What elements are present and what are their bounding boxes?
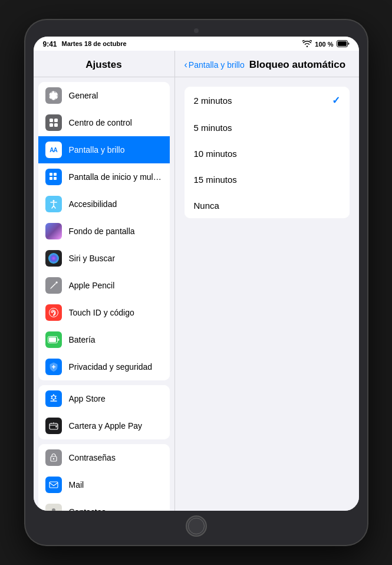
passwords-label: Contraseñas	[69, 453, 116, 462]
sidebar-item-wallpaper[interactable]: Fondo de pantalla	[38, 218, 170, 245]
home-screen-icon	[45, 169, 62, 185]
privacy-label: Privacidad y seguridad	[69, 362, 153, 372]
sidebar-section-2: App Store Cartera y Apple Pay	[38, 385, 170, 439]
back-chevron-icon: ‹	[185, 60, 187, 70]
wallet-label: Cartera y Apple Pay	[69, 421, 143, 431]
sidebar-section-3: Contraseñas Mail	[38, 444, 170, 511]
svg-rect-5	[50, 123, 53, 127]
option-15min-label: 15 minutos	[194, 175, 237, 185]
accessibility-icon	[45, 196, 62, 212]
sidebar-title: Ajustes	[34, 51, 174, 77]
wallpaper-icon	[45, 223, 62, 239]
sidebar-item-general[interactable]: General	[38, 82, 170, 109]
option-5min-label: 5 minutos	[194, 123, 232, 133]
back-label: Pantalla y brillo	[189, 60, 245, 70]
option-2min-checkmark: ✓	[332, 94, 340, 107]
sidebar-item-app-store[interactable]: App Store	[38, 385, 170, 412]
contacts-label: Contactos	[69, 507, 106, 511]
mail-label: Mail	[69, 480, 84, 490]
battery-icon	[337, 40, 350, 48]
option-5min[interactable]: 5 minutos	[185, 114, 350, 140]
accessibility-label: Accesibilidad	[69, 199, 117, 209]
svg-rect-10	[54, 177, 57, 180]
svg-point-20	[52, 508, 55, 511]
apple-pencil-label: Apple Pencil	[69, 281, 115, 290]
siri-label: Siri y Buscar	[69, 254, 116, 263]
main-content: Ajustes General	[34, 51, 359, 511]
svg-rect-8	[54, 173, 57, 176]
back-button[interactable]: ‹ Pantalla y brillo	[185, 60, 245, 70]
app-store-label: App Store	[69, 394, 106, 403]
battery-percent: 100 %	[315, 41, 333, 48]
status-time: 9:41	[43, 40, 57, 48]
sidebar-item-contacts[interactable]: Contactos	[38, 498, 170, 511]
privacy-icon	[45, 359, 62, 375]
sidebar-item-home-screen[interactable]: Pantalla de inicio y multit...	[38, 163, 170, 190]
svg-rect-9	[50, 177, 52, 180]
sidebar-item-battery[interactable]: Batería	[38, 326, 170, 353]
home-button[interactable]	[186, 515, 207, 537]
option-never[interactable]: Nunca	[185, 192, 350, 218]
sidebar-item-display[interactable]: AA Pantalla y brillo	[38, 136, 170, 163]
sidebar-item-accessibility[interactable]: Accesibilidad	[38, 190, 170, 218]
general-label: General	[69, 91, 98, 100]
control-center-icon	[45, 114, 62, 131]
status-bar: 9:41 Martes 18 de octubre 100 %	[34, 37, 359, 51]
auto-lock-options: 2 minutos ✓ 5 minutos 10 minutos 15 minu…	[185, 87, 350, 218]
front-camera	[194, 28, 199, 33]
svg-rect-4	[54, 119, 58, 122]
contacts-icon	[45, 504, 62, 511]
app-store-icon	[45, 390, 62, 407]
display-label: Pantalla y brillo	[69, 145, 125, 155]
svg-rect-3	[50, 119, 53, 122]
svg-rect-1	[338, 41, 347, 46]
svg-rect-7	[50, 173, 52, 176]
sidebar-item-passwords[interactable]: Contraseñas	[38, 444, 170, 471]
svg-rect-6	[54, 123, 58, 127]
svg-rect-16	[55, 426, 57, 428]
option-2min[interactable]: 2 minutos ✓	[185, 87, 350, 114]
apple-pencil-icon	[45, 277, 62, 294]
screen: 9:41 Martes 18 de octubre 100 %	[34, 37, 359, 511]
sidebar-item-touch-id[interactable]: Touch ID y código	[38, 299, 170, 326]
option-never-label: Nunca	[194, 201, 219, 211]
touch-id-icon	[45, 304, 62, 321]
siri-icon	[45, 250, 62, 267]
panel-header: ‹ Pantalla y brillo Bloqueo automático	[175, 51, 359, 77]
general-icon	[45, 87, 62, 104]
svg-rect-19	[50, 482, 58, 488]
panel-title: Bloqueo automático	[249, 59, 345, 71]
option-10min[interactable]: 10 minutos	[185, 140, 350, 166]
wifi-icon	[302, 40, 312, 48]
home-button-inner	[188, 518, 205, 534]
battery-icon	[45, 331, 62, 348]
right-panel: ‹ Pantalla y brillo Bloqueo automático 2…	[175, 51, 359, 511]
sidebar: Ajustes General	[34, 51, 175, 511]
svg-point-18	[52, 458, 54, 460]
ipad-frame: 9:41 Martes 18 de octubre 100 %	[25, 20, 367, 545]
sidebar-item-privacy[interactable]: Privacidad y seguridad	[38, 353, 170, 380]
touch-id-label: Touch ID y código	[69, 308, 134, 317]
svg-point-11	[52, 200, 54, 202]
sidebar-item-apple-pencil[interactable]: Apple Pencil	[38, 272, 170, 299]
control-center-label: Centro de control	[69, 118, 132, 127]
passwords-icon	[45, 449, 62, 466]
display-icon: AA	[45, 142, 62, 158]
option-10min-label: 10 minutos	[194, 149, 237, 159]
wallet-icon	[45, 418, 62, 434]
sidebar-item-siri[interactable]: Siri y Buscar	[38, 245, 170, 272]
status-left: 9:41 Martes 18 de octubre	[43, 40, 127, 48]
sidebar-item-wallet[interactable]: Cartera y Apple Pay	[38, 412, 170, 439]
status-date: Martes 18 de octubre	[62, 40, 127, 48]
wallpaper-label: Fondo de pantalla	[69, 226, 135, 236]
battery-label: Batería	[69, 335, 95, 344]
sidebar-section-1: General Centro de control	[38, 82, 170, 380]
svg-rect-14	[49, 337, 56, 342]
option-15min[interactable]: 15 minutos	[185, 166, 350, 192]
sidebar-item-control-center[interactable]: Centro de control	[38, 109, 170, 136]
mail-icon	[45, 477, 62, 493]
home-screen-label: Pantalla de inicio y multit...	[69, 172, 163, 182]
option-2min-label: 2 minutos	[194, 96, 232, 106]
status-right: 100 %	[302, 40, 349, 48]
sidebar-item-mail[interactable]: Mail	[38, 471, 170, 498]
